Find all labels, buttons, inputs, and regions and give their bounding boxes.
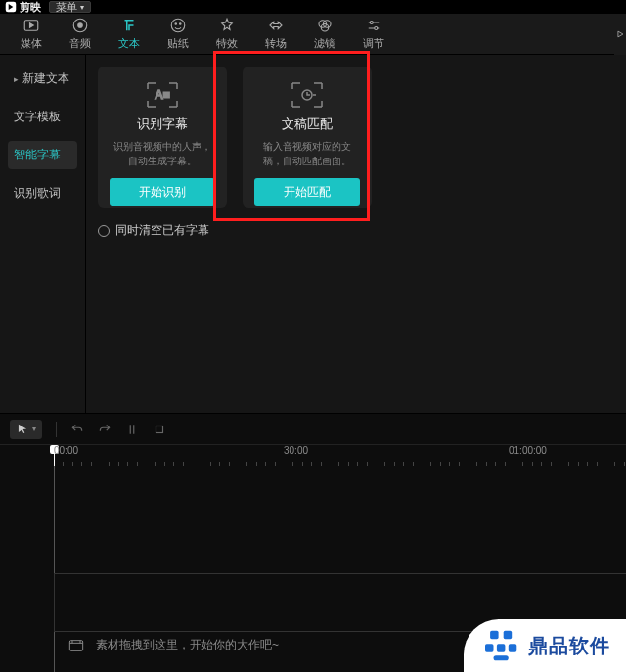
- sidebar-item-new-text[interactable]: ▸ 新建文本: [8, 65, 77, 93]
- svg-rect-19: [497, 644, 506, 652]
- transition-icon: [267, 17, 285, 34]
- subtitle-icon: A≡: [143, 80, 182, 110]
- tab-effect[interactable]: 特效: [213, 17, 241, 51]
- svg-text:A≡: A≡: [155, 88, 169, 102]
- svg-point-6: [180, 23, 182, 25]
- play-icon: [615, 29, 625, 39]
- ruler-mark: 01:00:00: [509, 445, 547, 456]
- text-icon: [120, 17, 138, 34]
- watermark-text: 鼎品软件: [528, 633, 610, 659]
- split-button[interactable]: [125, 423, 139, 436]
- split-icon: [125, 423, 139, 436]
- card-recognize-subtitle: A≡ 识别字幕 识别音视频中的人声，自动生成字幕。 开始识别: [98, 67, 227, 208]
- card-title: 文稿匹配: [282, 115, 333, 133]
- drop-hint: 素材拖拽到这里，开始你的大作吧~: [68, 637, 279, 653]
- script-match-icon: [288, 80, 327, 110]
- tab-text[interactable]: 文本: [115, 17, 143, 51]
- checkbox-icon[interactable]: [98, 225, 110, 237]
- timeline-ruler[interactable]: 00:00 30:00 01:00:00: [0, 444, 626, 466]
- redo-icon: [98, 423, 112, 436]
- svg-rect-16: [490, 631, 499, 640]
- card-desc: 输入音视频对应的文稿，自动匹配画面。: [254, 139, 360, 168]
- menu-button[interactable]: 菜单 ▾: [49, 1, 91, 13]
- app-name: 剪映: [20, 0, 41, 15]
- sidebar-item-recognize-lyrics[interactable]: 识别歌词: [8, 179, 77, 207]
- tab-transition[interactable]: 转场: [262, 17, 290, 51]
- app-logo: 剪映: [4, 0, 41, 15]
- workspace: ▸ 新建文本 文字模板 智能字幕 识别歌词 A≡ 识别字幕 识别音视频中的人声，…: [0, 55, 626, 413]
- media-placeholder-icon: [68, 639, 84, 652]
- media-icon: [22, 17, 40, 34]
- cursor-tool[interactable]: ▾: [10, 420, 42, 439]
- start-match-button[interactable]: 开始匹配: [254, 178, 360, 206]
- playhead-line: [54, 466, 55, 672]
- effect-icon: [218, 17, 236, 34]
- svg-rect-14: [156, 426, 163, 432]
- right-panel-edge: [614, 14, 626, 55]
- svg-point-11: [375, 27, 378, 30]
- audio-icon: [71, 17, 89, 34]
- svg-rect-21: [494, 655, 509, 660]
- titlebar: 剪映 菜单 ▾: [0, 0, 626, 14]
- undo-icon: [70, 423, 84, 436]
- sticker-icon: [169, 17, 187, 34]
- top-tabs: 媒体 音频 文本 贴纸 特效 转场 滤镜 调节: [0, 14, 626, 55]
- chevron-down-icon: ▾: [32, 425, 36, 433]
- crop-button[interactable]: [153, 423, 166, 436]
- chevron-down-icon: ▾: [80, 3, 84, 12]
- tab-filter[interactable]: 滤镜: [311, 17, 338, 51]
- svg-rect-15: [69, 640, 82, 650]
- sidebar: ▸ 新建文本 文字模板 智能字幕 识别歌词: [0, 55, 86, 413]
- clear-subtitle-checkbox-row[interactable]: 同时清空已有字幕: [98, 222, 614, 239]
- main-panel: A≡ 识别字幕 识别音视频中的人声，自动生成字幕。 开始识别 文稿匹配 输入音视…: [86, 55, 626, 413]
- svg-point-4: [171, 19, 185, 32]
- start-recognize-button[interactable]: 开始识别: [110, 178, 215, 206]
- svg-point-10: [370, 22, 373, 24]
- tab-media[interactable]: 媒体: [18, 17, 45, 51]
- undo-button[interactable]: [70, 423, 84, 436]
- card-desc: 识别音视频中的人声，自动生成字幕。: [110, 139, 215, 168]
- ruler-mark: 00:00: [54, 445, 78, 456]
- svg-rect-18: [485, 644, 494, 652]
- logo-icon: [4, 0, 18, 14]
- sidebar-item-text-template[interactable]: 文字模板: [8, 103, 77, 131]
- crop-icon: [153, 423, 166, 436]
- svg-point-5: [175, 23, 177, 25]
- sidebar-item-smart-subtitle[interactable]: 智能字幕: [8, 141, 77, 169]
- tab-adjust[interactable]: 调节: [360, 17, 387, 51]
- card-title: 识别字幕: [137, 115, 188, 133]
- redo-button[interactable]: [98, 423, 112, 436]
- svg-rect-20: [509, 644, 517, 652]
- adjust-icon: [365, 17, 382, 34]
- cursor-icon: [16, 423, 29, 436]
- separator: [56, 422, 57, 437]
- watermark-logo-icon: [485, 629, 518, 662]
- watermark: 鼎品软件: [464, 619, 626, 672]
- tab-audio[interactable]: 音频: [67, 17, 94, 51]
- filter-icon: [316, 17, 334, 34]
- svg-rect-17: [504, 631, 513, 640]
- svg-point-3: [78, 23, 83, 28]
- tab-sticker[interactable]: 贴纸: [164, 17, 192, 51]
- ruler-mark: 30:00: [284, 445, 308, 456]
- triangle-right-icon: ▸: [14, 74, 19, 84]
- card-script-match: 文稿匹配 输入音视频对应的文稿，自动匹配画面。 开始匹配: [243, 67, 372, 208]
- timeline-toolbar: ▾: [0, 413, 626, 444]
